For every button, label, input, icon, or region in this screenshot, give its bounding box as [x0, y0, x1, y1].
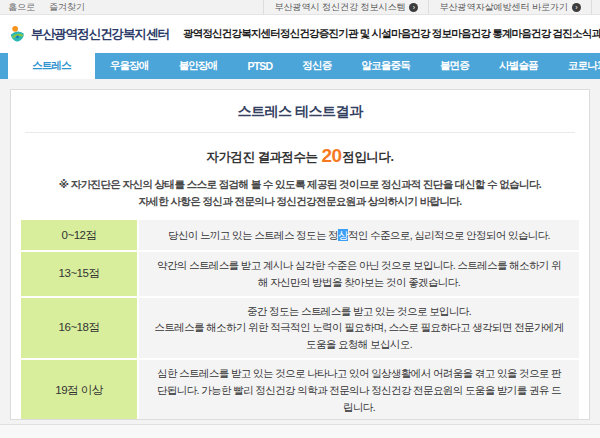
site-header: 부산광역정신건강복지센터 광역정신건강복지센터 정신건강증진기관 및 시설 마음… — [0, 15, 600, 53]
nav-item-mind-checkup[interactable]: 마음건강 검진 — [512, 27, 572, 41]
topbar-left-links: 홈으로 즐겨찾기 — [8, 1, 85, 14]
score-range-cell: 16~18점 — [21, 298, 139, 358]
selected-text: 상 — [338, 229, 348, 241]
score-desc-cell: 중간 정도는 스트레스를 받고 있는 것으로 보입니다. 스트레스를 해소하기 … — [139, 298, 579, 358]
score-line: 자가검진 결과점수는 20점입니다. — [11, 145, 589, 167]
notice-line-2: 자세한 사항은 정신과 전문의나 정신건강전문요원과 상의하시기 바랍니다. — [11, 193, 589, 210]
info-system-label: 부산광역시 정신건강 정보시스템 — [274, 1, 405, 14]
suicide-center-link[interactable]: 부산광역자살예방센터 바로가기 — [428, 0, 592, 14]
score-range-cell: 0~12점 — [21, 220, 139, 250]
table-row: 16~18점 중간 정도는 스트레스를 받고 있는 것으로 보입니다. 스트레스… — [21, 298, 579, 360]
logo-bird-icon — [8, 25, 27, 44]
tab-ptsd[interactable]: PTSD — [232, 53, 287, 79]
score-desc-cell: 약간의 스트레스를 받고 계시나 심각한 수준은 아닌 것으로 보입니다. 스트… — [139, 252, 579, 296]
desc-line: 당신이 느끼고 있는 스트레스 정도는 정상적인 수준으로, 심리적으로 안정되… — [168, 227, 550, 244]
page-title: 스트레스 테스트결과 — [11, 103, 589, 121]
tab-stress[interactable]: 스트레스 — [8, 53, 95, 79]
table-row: 13~15점 약간의 스트레스를 받고 계시나 심각한 수준은 아닌 것으로 보… — [21, 252, 579, 298]
tab-anxiety[interactable]: 불안장애 — [164, 53, 233, 79]
table-row: 19점 이상 심한 스트레스를 받고 있는 것으로 나타나고 있어 일상생활에서… — [21, 360, 579, 420]
tab-grief[interactable]: 사별슬픔 — [484, 53, 553, 79]
nav-item-mind-info[interactable]: 마음건강 정보 — [391, 27, 451, 41]
table-row: 0~12점 당신이 느끼고 있는 스트레스 정도는 정상적인 수준으로, 심리적… — [21, 220, 579, 252]
desc-text: 적인 수준으로, 심리적으로 안정되어 있습니다. — [348, 229, 550, 241]
desc-line: 중간 정도는 스트레스를 받고 있는 것으로 보입니다. — [247, 303, 471, 320]
site-logo[interactable]: 부산광역정신건강복지센터 — [8, 25, 169, 44]
notice-line-1: ※ 자가진단은 자신의 상태를 스스로 점검해 볼 수 있도록 제공된 것이므로… — [11, 176, 589, 193]
tab-alcoholism[interactable]: 알코올중독 — [346, 53, 425, 79]
topbar-right-links: 부산광역시 정신건강 정보시스템 부산광역자살예방센터 바로가기 — [263, 0, 592, 14]
score-desc-cell: 심한 스트레스를 받고 있는 것으로 나타나고 있어 일상생활에서 어려움을 겪… — [139, 360, 579, 420]
notice-text: ※ 자가진단은 자신의 상태를 스스로 점검해 볼 수 있도록 제공된 것이므로… — [11, 176, 589, 210]
nav-item-regional-center[interactable]: 광역정신건강복지센터 — [183, 27, 280, 41]
result-card: 스트레스 테스트결과 자가검진 결과점수는 20점입니다. ※ 자가진단은 자신… — [10, 89, 590, 420]
score-value: 20 — [320, 145, 342, 166]
score-suffix: 점입니다. — [343, 150, 394, 164]
tab-covid19-support[interactable]: 코로나19 심리지원 — [553, 53, 600, 79]
score-range-table: 0~12점 당신이 느끼고 있는 스트레스 정도는 정상적인 수준으로, 심리적… — [21, 220, 579, 420]
main-navigation: 광역정신건강복지센터 정신건강증진기관 및 시설 마음건강 정보 마음건강 통계… — [183, 27, 600, 41]
score-prefix: 자가검진 결과점수는 — [206, 150, 320, 164]
score-range-cell: 13~15점 — [21, 252, 139, 296]
footer-strip — [0, 424, 600, 438]
nav-item-mind-stats[interactable]: 마음건강 통계 — [451, 27, 511, 41]
sub-navigation: 스트레스 우울장애 불안장애 PTSD 정신증 알코올중독 불면증 사별슬픔 코… — [0, 53, 600, 79]
logo-text: 부산광역정신건강복지센터 — [31, 26, 169, 43]
info-system-link[interactable]: 부산광역시 정신건강 정보시스템 — [263, 0, 428, 14]
top-utility-bar: 홈으로 즐겨찾기 부산광역시 정신건강 정보시스템 부산광역자살예방센터 바로가… — [0, 0, 600, 15]
score-range-cell: 19점 이상 — [21, 360, 139, 420]
nav-item-news[interactable]: 소식과 자료 — [572, 27, 600, 41]
home-link[interactable]: 홈으로 — [8, 1, 35, 14]
tab-psychosis[interactable]: 정신증 — [287, 53, 346, 79]
arrow-circle-icon — [572, 3, 581, 12]
arrow-circle-icon — [409, 3, 418, 12]
score-desc-cell: 당신이 느끼고 있는 스트레스 정도는 정상적인 수준으로, 심리적으로 안정되… — [139, 220, 579, 250]
desc-text: 당신이 느끼고 있는 스트레스 정도는 정 — [168, 229, 338, 241]
tab-insomnia[interactable]: 불면증 — [425, 53, 484, 79]
title-divider — [25, 132, 575, 133]
nav-item-facilities[interactable]: 정신건강증진기관 및 시설 — [280, 27, 391, 41]
favorites-link[interactable]: 즐겨찾기 — [49, 1, 85, 14]
tab-depression[interactable]: 우울장애 — [95, 53, 164, 79]
suicide-center-label: 부산광역자살예방센터 바로가기 — [439, 1, 568, 14]
content-area: 스트레스 테스트결과 자가검진 결과점수는 20점입니다. ※ 자가진단은 자신… — [0, 79, 600, 424]
desc-line: 스트레스를 해소하기 위한 적극적인 노력이 필요하며, 스스로 필요하다고 생… — [153, 319, 565, 353]
